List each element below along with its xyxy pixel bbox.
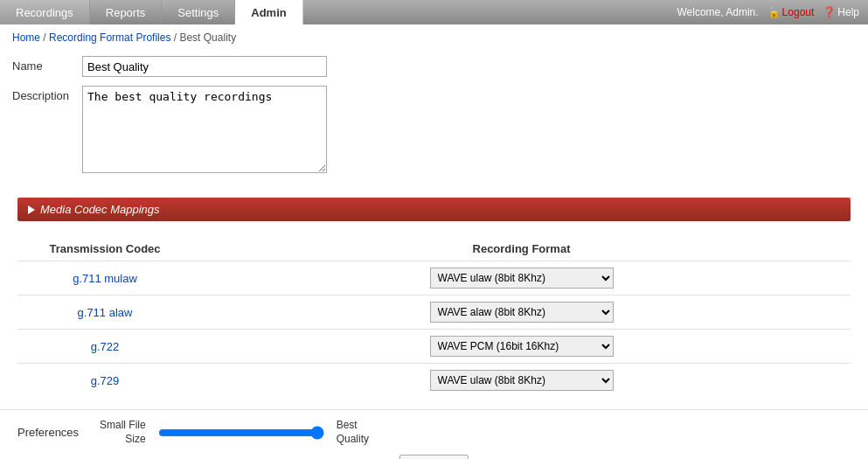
update-button[interactable]: Update <box>399 455 469 459</box>
navbar: Recordings Reports Settings Admin Welcom… <box>0 0 868 24</box>
description-label: Description <box>12 86 82 102</box>
best-quality-label: BestQuality <box>337 419 369 446</box>
codec-area: Transmission Codec Recording Format g.71… <box>0 225 868 409</box>
name-label: Name <box>12 56 82 73</box>
navbar-right: Welcome, Admin. 🔓 Logout ❓ Help <box>668 0 868 24</box>
codec-format-select[interactable]: WAVE ulaw (8bit 8Khz)WAVE alaw (8bit 8Kh… <box>430 370 614 391</box>
codec-name-cell: g.722 <box>17 330 192 364</box>
table-row: g.711 mulawWAVE ulaw (8bit 8Khz)WAVE ala… <box>17 261 851 296</box>
codec-name-cell: g.729 <box>17 364 192 398</box>
codec-format-select[interactable]: WAVE ulaw (8bit 8Khz)WAVE alaw (8bit 8Kh… <box>430 268 614 289</box>
name-input[interactable] <box>82 56 327 77</box>
breadcrumb-home[interactable]: Home <box>12 31 40 44</box>
codec-table: Transmission Codec Recording Format g.71… <box>17 237 851 397</box>
section-header-wrapper: Media Codec Mappings <box>0 194 868 225</box>
breadcrumb: Home / Recording Format Profiles / Best … <box>0 24 868 51</box>
codec-name-cell: g.711 alaw <box>17 296 192 330</box>
table-row: g.711 alawWAVE ulaw (8bit 8Khz)WAVE alaw… <box>17 296 851 330</box>
name-row: Name <box>12 56 856 77</box>
preferences-label: Preferences <box>17 426 87 439</box>
codec-format-cell: WAVE ulaw (8bit 8Khz)WAVE alaw (8bit 8Kh… <box>192 261 851 296</box>
nav-tab-reports[interactable]: Reports <box>90 0 163 24</box>
table-row: g.729WAVE ulaw (8bit 8Khz)WAVE alaw (8bi… <box>17 364 851 398</box>
nav-tab-admin[interactable]: Admin <box>235 0 302 24</box>
quality-slider[interactable] <box>158 426 324 440</box>
breadcrumb-profiles[interactable]: Recording Format Profiles <box>49 31 170 44</box>
help-label: Help <box>837 6 859 18</box>
col-recording-header: Recording Format <box>192 237 851 261</box>
codec-format-cell: WAVE ulaw (8bit 8Khz)WAVE alaw (8bit 8Kh… <box>192 364 851 398</box>
nav-tab-recordings[interactable]: Recordings <box>0 0 90 24</box>
table-row: g.722WAVE ulaw (8bit 8Khz)WAVE alaw (8bi… <box>17 330 851 364</box>
nav-tab-settings[interactable]: Settings <box>162 0 235 24</box>
logout-link[interactable]: 🔓 Logout <box>767 6 815 18</box>
logout-icon: 🔓 <box>767 6 781 18</box>
collapse-icon <box>28 205 35 214</box>
description-row: Description The best quality recordings <box>12 86 856 173</box>
codec-format-select[interactable]: WAVE ulaw (8bit 8Khz)WAVE alaw (8bit 8Kh… <box>430 302 614 323</box>
welcome-text: Welcome, Admin. <box>677 6 758 18</box>
nav-tabs: Recordings Reports Settings Admin <box>0 0 303 24</box>
logout-label: Logout <box>782 6 815 18</box>
small-file-size-label: Small FileSize <box>100 419 146 446</box>
codec-format-cell: WAVE ulaw (8bit 8Khz)WAVE alaw (8bit 8Kh… <box>192 296 851 330</box>
media-codec-section-header[interactable]: Media Codec Mappings <box>17 198 851 221</box>
codec-name-cell: g.711 mulaw <box>17 261 192 296</box>
section-title: Media Codec Mappings <box>40 203 160 216</box>
description-textarea[interactable]: The best quality recordings <box>82 86 327 173</box>
help-link[interactable]: ❓ Help <box>823 6 859 18</box>
help-icon: ❓ <box>823 6 836 18</box>
update-area: Update <box>0 449 868 459</box>
form-area: Name Description The best quality record… <box>0 51 868 194</box>
codec-format-cell: WAVE ulaw (8bit 8Khz)WAVE alaw (8bit 8Kh… <box>192 330 851 364</box>
preferences-area: Preferences Small FileSize BestQuality <box>0 409 868 449</box>
col-transmission-header: Transmission Codec <box>17 237 192 261</box>
codec-format-select[interactable]: WAVE ulaw (8bit 8Khz)WAVE alaw (8bit 8Kh… <box>430 336 614 357</box>
breadcrumb-current: Best Quality <box>179 31 236 44</box>
